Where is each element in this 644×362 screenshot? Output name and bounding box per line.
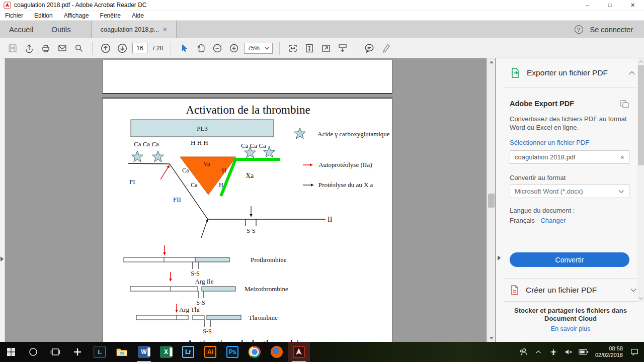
menu-edition[interactable]: Edition <box>34 12 53 19</box>
ca-small-label: Ca <box>191 182 198 189</box>
export-description: Convertissez des fichiers PDF au format … <box>510 115 628 132</box>
scroll-down-icon[interactable] <box>487 334 496 342</box>
create-pdf-icon <box>510 285 520 296</box>
molecule-backbone-line <box>128 163 326 219</box>
volume-muted-icon[interactable] <box>562 343 575 361</box>
hand-tool-icon[interactable] <box>194 42 207 55</box>
league-of-legends-icon[interactable]: L <box>89 342 111 362</box>
zoom-out-icon[interactable] <box>211 42 224 55</box>
comment-icon[interactable] <box>363 42 376 55</box>
va-label: Va <box>203 160 210 167</box>
task-view-icon[interactable] <box>44 342 66 362</box>
autoproteolysis-red-arrow <box>160 167 168 179</box>
plus-shortcut-icon[interactable] <box>66 342 89 362</box>
menu-affichage[interactable]: Affichage <box>64 12 89 19</box>
highlighter-icon[interactable] <box>379 42 392 55</box>
presentation-mode-icon[interactable] <box>336 42 349 55</box>
panel-scroll-down-icon[interactable] <box>637 295 644 301</box>
battery-icon[interactable] <box>577 343 590 361</box>
pdf-page-16: Activation de la thrombine PL3 Ca Ca Ca … <box>102 98 392 342</box>
share-upload-icon[interactable] <box>23 42 36 55</box>
export-pdf-icon <box>510 67 521 78</box>
panel-scrollbar-thumb[interactable] <box>638 65 644 165</box>
fullscreen-icon[interactable] <box>319 42 333 55</box>
hhh-label: H H H <box>191 139 208 146</box>
scroll-up-icon[interactable] <box>487 58 496 66</box>
email-icon[interactable] <box>56 42 69 55</box>
clear-file-icon[interactable]: × <box>620 153 624 161</box>
select-tool-icon[interactable] <box>178 42 191 55</box>
action-center-icon[interactable] <box>628 343 641 361</box>
document-scrollbar-thumb[interactable] <box>488 194 495 208</box>
panel-scrollbar[interactable] <box>637 58 644 302</box>
zoom-level-dropdown[interactable]: 75% <box>244 43 273 54</box>
save-icon[interactable] <box>6 42 19 55</box>
tab-bar: Accueil Outils coagulation 2018.p... × ?… <box>0 21 644 38</box>
change-language-link[interactable]: Changer <box>540 217 566 224</box>
document-language-row: Français Changer <box>510 217 566 224</box>
acrobat-taskbar-icon[interactable] <box>288 342 310 362</box>
selected-file-name: coagulation 2018.pdf <box>515 153 576 161</box>
next-slide-title-clipped: Activation de la thrombine <box>186 338 310 342</box>
fit-page-icon[interactable] <box>303 42 316 55</box>
taskbar-clock[interactable]: 08:58 02/02/2018 <box>592 345 626 358</box>
learn-more-link[interactable]: En savoir plus <box>513 325 628 332</box>
zoom-in-icon[interactable] <box>227 42 240 55</box>
airplane-mode-icon[interactable] <box>547 343 560 361</box>
sign-in-button[interactable]: Se connecter <box>590 26 633 34</box>
content-area: Activation de la thrombine PL3 Ca Ca Ca … <box>0 58 644 342</box>
print-icon[interactable] <box>39 42 52 55</box>
file-explorer-icon[interactable] <box>111 342 133 362</box>
close-button[interactable]: ✕ <box>621 0 644 10</box>
chevron-up-icon[interactable] <box>628 70 635 75</box>
tab-accueil[interactable]: Accueil <box>0 21 42 38</box>
page-number-input[interactable] <box>132 43 147 53</box>
thrombin-bar-blue <box>207 315 241 320</box>
collapse-panel-icon[interactable] <box>498 255 501 260</box>
photoshop-icon[interactable]: Ps <box>221 342 244 362</box>
clock-date: 02/02/2018 <box>595 352 623 358</box>
illustrator-icon[interactable]: Ai <box>199 342 221 362</box>
create-pdf-section[interactable]: Créer un fichier PDF <box>504 278 644 302</box>
fii-label: FII <box>173 196 181 203</box>
h-small-label: H <box>222 167 226 174</box>
export-pdf-header[interactable]: Exporter un fichier PDF <box>504 58 637 87</box>
acrobat-app-icon <box>4 2 11 9</box>
tab-outils[interactable]: Outils <box>42 21 79 38</box>
maximize-button[interactable]: □ <box>599 0 621 10</box>
panel-scroll-up-icon[interactable] <box>637 58 644 64</box>
next-page-icon[interactable] <box>116 42 129 55</box>
menu-aide[interactable]: Aide <box>132 12 144 19</box>
ca-right-label: Ca Ca Ca <box>241 142 266 149</box>
cortana-search-icon[interactable] <box>22 342 44 362</box>
meizothrombin-label: Meizothrombine <box>245 285 288 293</box>
show-hidden-icons-chevron[interactable] <box>532 343 545 361</box>
people-icon[interactable] <box>517 343 530 361</box>
start-button[interactable] <box>0 342 22 362</box>
help-icon[interactable]: ? <box>575 25 583 34</box>
fit-width-icon[interactable] <box>286 42 299 55</box>
tab-close-icon[interactable]: × <box>163 26 167 33</box>
menu-fenetre[interactable]: Fenêtre <box>100 12 121 19</box>
minimize-button[interactable]: – <box>576 0 599 10</box>
firefox-icon[interactable] <box>266 342 288 362</box>
prothrombin-label: Prothrombine <box>251 256 287 263</box>
selected-file-box[interactable]: coagulation 2018.pdf × <box>510 150 629 164</box>
search-icon[interactable] <box>72 42 86 55</box>
document-language-value: Français <box>510 217 535 224</box>
toolbar-separator <box>171 42 171 55</box>
format-dropdown[interactable]: Microsoft Word (*.docx) <box>510 185 629 198</box>
convert-button[interactable]: Convertir <box>510 252 629 267</box>
gla-star-icon <box>132 151 143 162</box>
menu-fichier[interactable]: Fichier <box>5 12 23 19</box>
word-icon[interactable]: W <box>133 342 155 362</box>
document-scrollbar[interactable] <box>487 58 495 342</box>
excel-icon[interactable]: X <box>155 342 177 362</box>
tab-document[interactable]: coagulation 2018.p... × <box>91 21 177 38</box>
lightroom-icon[interactable]: Lr <box>177 342 199 362</box>
legend-autoproteolyse-label: Autoprotéolyse (IIa) <box>318 161 372 168</box>
select-pdf-link[interactable]: Sélectionner un fichier PDF <box>510 139 589 146</box>
chrome-icon[interactable] <box>244 342 266 362</box>
expand-nav-pane-icon[interactable] <box>1 256 4 261</box>
previous-page-icon[interactable] <box>99 42 112 55</box>
